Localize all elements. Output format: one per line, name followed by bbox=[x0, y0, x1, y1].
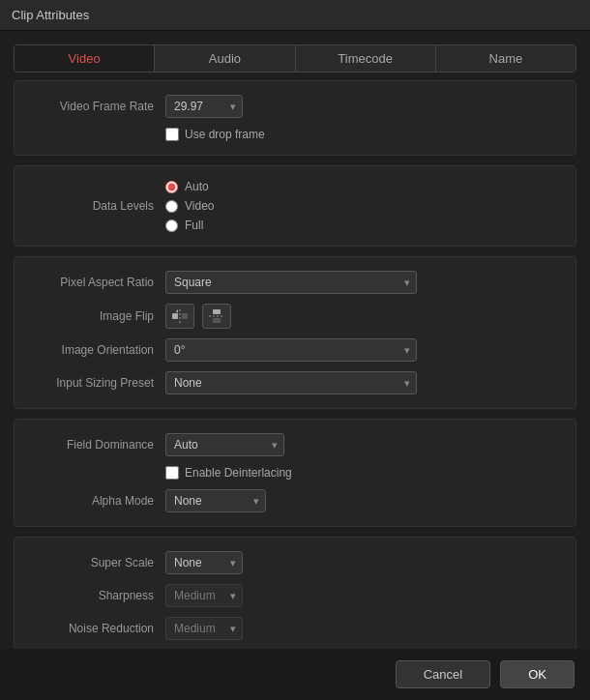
noise-reduction-select-wrap: Low Medium High bbox=[165, 617, 243, 640]
field-dominance-select[interactable]: Auto Upper Field First Lower Field First… bbox=[165, 433, 284, 456]
image-flip-label: Image Flip bbox=[30, 309, 165, 323]
clip-attributes-dialog: Clip Attributes Video Audio Timecode Nam… bbox=[0, 0, 590, 700]
image-flip-row: Image Flip bbox=[30, 304, 560, 329]
image-orientation-controls: 0° 90° 180° 270° bbox=[165, 338, 560, 362]
h-flip-icon bbox=[172, 309, 188, 323]
data-level-video-radio[interactable] bbox=[165, 200, 178, 213]
sharpness-label: Sharpness bbox=[30, 589, 165, 602]
pixel-aspect-label: Pixel Aspect Ratio bbox=[30, 276, 165, 289]
input-sizing-row: Input Sizing Preset None Letterbox Crop … bbox=[30, 371, 560, 394]
data-levels-row: Data Levels Auto Video Full bbox=[30, 180, 560, 232]
frame-rate-select[interactable]: 23.976 24 25 29.97 30 50 59.94 60 bbox=[165, 95, 243, 118]
dialog-footer: Cancel OK bbox=[0, 649, 590, 700]
pixel-section: Pixel Aspect Ratio Square 4:3 16:9 Cinem… bbox=[14, 256, 576, 409]
alpha-mode-controls: None Premultiplied Straight bbox=[165, 489, 560, 512]
image-orientation-label: Image Orientation bbox=[30, 343, 165, 357]
noise-reduction-row: Noise Reduction Low Medium High bbox=[30, 617, 560, 640]
alpha-mode-select-wrap: None Premultiplied Straight bbox=[165, 489, 266, 512]
enable-deinterlacing-label: Enable Deinterlacing bbox=[185, 466, 292, 480]
pixel-aspect-row: Pixel Aspect Ratio Square 4:3 16:9 Cinem… bbox=[30, 271, 560, 294]
enable-deinterlacing-checkbox[interactable] bbox=[165, 466, 179, 480]
frame-rate-label: Video Frame Rate bbox=[30, 100, 165, 113]
super-scale-select-wrap: None 2x 3x 4x bbox=[165, 551, 243, 574]
field-dominance-select-wrap: Auto Upper Field First Lower Field First… bbox=[165, 433, 284, 456]
super-scale-label: Super Scale bbox=[30, 556, 165, 569]
data-level-video-label: Video bbox=[185, 199, 214, 213]
data-level-full-radio[interactable] bbox=[165, 219, 178, 232]
svg-rect-4 bbox=[213, 309, 221, 314]
field-dominance-controls: Auto Upper Field First Lower Field First… bbox=[165, 433, 560, 456]
input-sizing-select[interactable]: None Letterbox Crop Stretch bbox=[165, 371, 417, 394]
data-levels-radio-group: Auto Video Full bbox=[165, 180, 214, 232]
h-flip-button[interactable] bbox=[165, 304, 194, 329]
image-flip-controls bbox=[165, 304, 560, 329]
noise-reduction-label: Noise Reduction bbox=[30, 622, 165, 635]
drop-frame-checkbox[interactable] bbox=[165, 128, 179, 141]
scale-section: Super Scale None 2x 3x 4x Sharpness bbox=[14, 537, 576, 649]
pixel-aspect-controls: Square 4:3 16:9 Cinemascope bbox=[165, 271, 560, 294]
tab-video[interactable]: Video bbox=[15, 45, 155, 72]
pixel-aspect-select-wrap: Square 4:3 16:9 Cinemascope bbox=[165, 271, 417, 294]
tab-name[interactable]: Name bbox=[436, 45, 575, 72]
drop-frame-row: Use drop frame bbox=[165, 128, 560, 141]
sharpness-controls: Low Medium High bbox=[165, 584, 560, 607]
frame-rate-select-wrap: 23.976 24 25 29.97 30 50 59.94 60 bbox=[165, 95, 243, 118]
image-orientation-select-wrap: 0° 90° 180° 270° bbox=[165, 338, 417, 362]
input-sizing-select-wrap: None Letterbox Crop Stretch bbox=[165, 371, 417, 394]
super-scale-controls: None 2x 3x 4x bbox=[165, 551, 560, 574]
svg-rect-1 bbox=[182, 313, 188, 319]
tab-audio[interactable]: Audio bbox=[155, 45, 295, 72]
image-orientation-select[interactable]: 0° 90° 180° 270° bbox=[165, 338, 417, 362]
ok-button[interactable]: OK bbox=[500, 660, 575, 688]
content-area: Video Frame Rate 23.976 24 25 29.97 30 5… bbox=[0, 80, 590, 649]
data-level-full-label: Full bbox=[185, 219, 203, 232]
dialog-title: Clip Attributes bbox=[0, 0, 590, 31]
sharpness-row: Sharpness Low Medium High bbox=[30, 584, 560, 607]
frame-rate-controls: 23.976 24 25 29.97 30 50 59.94 60 bbox=[165, 95, 560, 118]
data-level-auto-radio[interactable] bbox=[165, 181, 178, 193]
data-level-video-row: Video bbox=[165, 199, 214, 213]
drop-frame-label: Use drop frame bbox=[185, 128, 265, 141]
svg-rect-5 bbox=[213, 318, 221, 323]
tab-timecode[interactable]: Timecode bbox=[296, 45, 436, 72]
field-dominance-label: Field Dominance bbox=[30, 438, 165, 452]
input-sizing-controls: None Letterbox Crop Stretch bbox=[165, 371, 560, 394]
data-levels-label: Data Levels bbox=[30, 199, 165, 213]
sharpness-select-wrap: Low Medium High bbox=[165, 584, 243, 607]
frame-rate-row: Video Frame Rate 23.976 24 25 29.97 30 5… bbox=[30, 95, 560, 118]
data-level-auto-row: Auto bbox=[165, 180, 214, 193]
alpha-mode-row: Alpha Mode None Premultiplied Straight bbox=[30, 489, 560, 512]
data-level-full-row: Full bbox=[165, 219, 214, 232]
super-scale-row: Super Scale None 2x 3x 4x bbox=[30, 551, 560, 574]
video-frame-rate-section: Video Frame Rate 23.976 24 25 29.97 30 5… bbox=[14, 80, 576, 156]
data-level-auto-label: Auto bbox=[185, 180, 209, 193]
sharpness-select[interactable]: Low Medium High bbox=[165, 584, 243, 607]
field-section: Field Dominance Auto Upper Field First L… bbox=[14, 419, 576, 527]
alpha-mode-label: Alpha Mode bbox=[30, 494, 165, 508]
noise-reduction-controls: Low Medium High bbox=[165, 617, 560, 640]
v-flip-button[interactable] bbox=[202, 304, 231, 329]
cancel-button[interactable]: Cancel bbox=[396, 660, 490, 688]
field-dominance-row: Field Dominance Auto Upper Field First L… bbox=[30, 433, 560, 456]
tab-bar: Video Audio Timecode Name bbox=[14, 44, 576, 73]
pixel-aspect-select[interactable]: Square 4:3 16:9 Cinemascope bbox=[165, 271, 417, 294]
deinterlacing-row: Enable Deinterlacing bbox=[165, 466, 560, 480]
v-flip-icon bbox=[209, 309, 224, 323]
noise-reduction-select[interactable]: Low Medium High bbox=[165, 617, 243, 640]
data-levels-controls: Auto Video Full bbox=[165, 180, 560, 232]
data-levels-section: Data Levels Auto Video Full bbox=[14, 165, 576, 247]
input-sizing-label: Input Sizing Preset bbox=[30, 376, 165, 390]
alpha-mode-select[interactable]: None Premultiplied Straight bbox=[165, 489, 266, 512]
svg-marker-3 bbox=[176, 309, 178, 313]
super-scale-select[interactable]: None 2x 3x 4x bbox=[165, 551, 243, 574]
svg-rect-0 bbox=[172, 313, 178, 319]
image-orientation-row: Image Orientation 0° 90° 180° 270° bbox=[30, 338, 560, 362]
